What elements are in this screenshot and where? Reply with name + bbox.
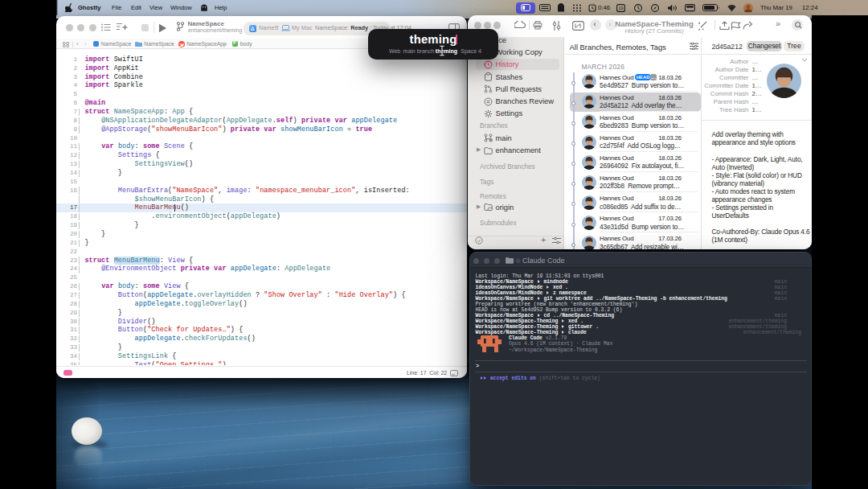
svg-text:19: 19 — [618, 6, 623, 10]
